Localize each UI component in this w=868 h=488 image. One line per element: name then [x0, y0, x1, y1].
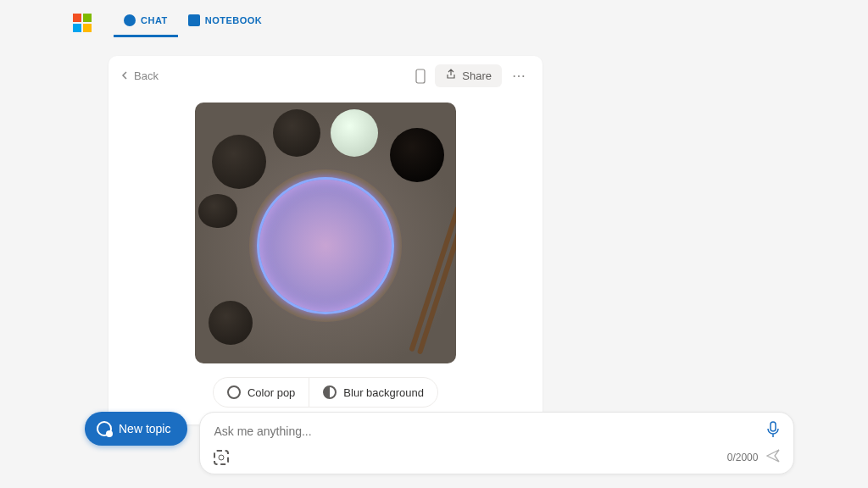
compose-box: 0/2000 — [199, 412, 794, 474]
svg-rect-0 — [416, 69, 425, 83]
panel-header: Back Share ⋯ — [108, 56, 542, 96]
color-pop-button[interactable]: Color pop — [214, 378, 309, 407]
image-selection-mask[interactable] — [257, 177, 394, 314]
share-label: Share — [462, 69, 492, 82]
mode-tabs: CHAT NOTEBOOK — [114, 9, 272, 37]
share-button[interactable]: Share — [435, 64, 502, 87]
send-button[interactable] — [766, 449, 780, 465]
blur-background-button[interactable]: Blur background — [309, 378, 437, 407]
tab-notebook[interactable]: NOTEBOOK — [178, 9, 273, 37]
blur-background-icon — [323, 385, 337, 399]
chopsticks — [409, 205, 456, 352]
message-input[interactable] — [214, 424, 766, 438]
microsoft-logo[interactable] — [73, 14, 92, 32]
new-topic-button[interactable]: New topic — [85, 412, 187, 446]
new-topic-label: New topic — [119, 422, 170, 435]
generated-image[interactable] — [195, 103, 456, 363]
more-options-button[interactable]: ⋯ — [509, 68, 531, 84]
share-icon — [445, 69, 457, 83]
back-button[interactable]: Back — [120, 69, 159, 82]
color-pop-label: Color pop — [248, 386, 295, 399]
character-count: 0/2000 — [727, 452, 759, 463]
chat-bubble-icon — [124, 14, 136, 26]
new-topic-icon — [97, 421, 112, 436]
chevron-left-icon — [120, 69, 129, 82]
microphone-button[interactable] — [766, 421, 780, 441]
notebook-icon — [188, 14, 200, 26]
color-pop-icon — [227, 385, 241, 399]
generated-image-wrap — [108, 96, 542, 363]
svg-rect-1 — [771, 422, 776, 431]
visual-search-button[interactable] — [214, 450, 229, 465]
tab-chat-label: CHAT — [141, 15, 168, 25]
back-label: Back — [134, 69, 159, 82]
image-panel: Back Share ⋯ C — [108, 56, 542, 424]
mobile-preview-button[interactable] — [413, 69, 428, 84]
tab-chat[interactable]: CHAT — [114, 9, 178, 37]
blur-background-label: Blur background — [343, 386, 424, 399]
tab-notebook-label: NOTEBOOK — [205, 15, 263, 25]
